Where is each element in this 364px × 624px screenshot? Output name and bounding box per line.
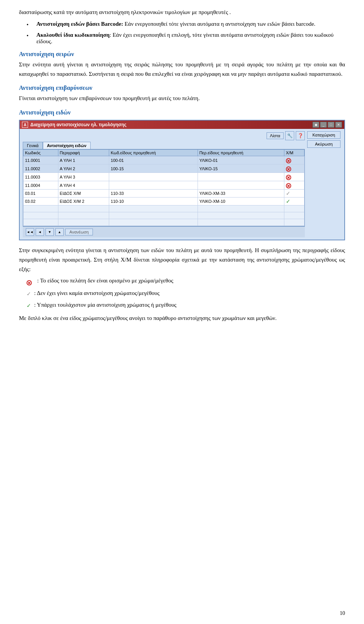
- tabs-bar: Γενικά Αντιστοίχηση ειδών: [23, 142, 305, 149]
- maximize-button[interactable]: □: [328, 122, 334, 128]
- cell-perigrafi: Α ΥΛΗ 4: [58, 181, 109, 190]
- bullet2-bold: Ακολουθεί ίδια κωδικοποίηση: [36, 32, 110, 38]
- section2-body: Γίνεται αντιστοίχηση των επιβαρύνσεων το…: [19, 94, 345, 103]
- cell-kodikos: 11.0004: [24, 181, 58, 190]
- legend-no-icon: [27, 280, 32, 285]
- legend-item-1: : Το είδος του πελάτη δεν είναι ορισμένο…: [19, 278, 345, 285]
- legend-check-green-icon: ✓: [27, 303, 31, 309]
- cell-xm: [284, 165, 304, 173]
- cell-kod-prom: [109, 181, 198, 190]
- cell-kodikos: 11.0001: [24, 156, 58, 165]
- cell-kod-prom: 100-01: [109, 156, 198, 165]
- cell-perigrafi: ΕΙΔΟΣ Χ/Μ 2: [58, 198, 109, 205]
- tab-antistoi[interactable]: Αντιστοίχηση ειδών: [43, 142, 91, 149]
- titlebar-left: A Διαχείρηση αντιστοιχίσεων ηλ. τιμολόγη…: [22, 122, 127, 128]
- akyrosi-button[interactable]: Ακύρωση: [307, 140, 340, 148]
- minimize-button[interactable]: _: [320, 122, 327, 128]
- bullet-item-1: • Αντιστοίχηση ειδών βάσει Barcode: Εάν …: [19, 21, 345, 28]
- bullet-dot-1: •: [27, 22, 33, 28]
- page-content: διασταύρωσης κατά την αυτόματη αντιστοίχ…: [19, 8, 345, 323]
- dialog-footer: ◄◄ ◄ ▼ ▲ Ανανέωση: [23, 226, 305, 237]
- cell-xm: ✓: [284, 198, 304, 205]
- table-header: Κωδικός Περιγραφή Κωδ.είδους προμηθευτή …: [24, 150, 304, 156]
- table-row[interactable]: 11.0004 Α ΥΛΗ 4: [24, 181, 304, 190]
- bullet1-rest: Εάν ενεργοποιηθεί τότε γίνεται αυτόματα …: [123, 21, 315, 27]
- dialog-title: Διαχείρηση αντιστοιχίσεων ηλ. τιμολόγηση…: [30, 122, 127, 127]
- cell-per-prom: ΥΛΙΚΟ-ΧΜ-10: [198, 198, 284, 205]
- col-kod-prom: Κωδ.είδους προμηθευτή: [109, 150, 198, 156]
- dialog-main-area: Λίστα 🔧 ❓ Γενικά Αντιστοίχηση ειδών Κωδι…: [23, 131, 305, 237]
- cell-per-prom: [198, 173, 284, 181]
- cell-kod-prom: 110-33: [109, 190, 198, 198]
- nav-first-button[interactable]: ◄◄: [26, 228, 34, 236]
- cell-perigrafi: Α ΥΛΗ 3: [58, 173, 109, 181]
- table-body: 11.0001 Α ΥΛΗ 1 100-01 ΥΛΙΚΟ-01 11.0002 …: [24, 156, 304, 226]
- window-controls[interactable]: ◆ _ □ ✕: [312, 122, 342, 128]
- cell-kodikos: 11.0003: [24, 173, 58, 181]
- intro-text: διασταύρωσης κατά την αυτόματη αντιστοίχ…: [19, 9, 231, 15]
- xm-no-icon: [286, 175, 291, 180]
- legend-check-gray-icon: ✓: [27, 291, 31, 297]
- xm-no-icon: [286, 183, 291, 188]
- cell-per-prom: ΥΛΙΚΟ-01: [198, 156, 284, 165]
- cell-xm: [284, 156, 304, 165]
- table-row: [24, 205, 304, 212]
- footer-paragraph: Με διπλό κλικ σε ένα είδος χρώματος/μεγέ…: [19, 314, 345, 323]
- legend-item-2: ✓ : Δεν έχει γίνει καμία αντιστοίχιση χρ…: [19, 290, 345, 297]
- col-per-prom: Περ.είδους προμηθευτή: [198, 150, 284, 156]
- kataxorisi-button[interactable]: Καταχώριση: [307, 131, 340, 139]
- diamond-icon[interactable]: ◆: [312, 122, 319, 128]
- after-dialog-text: Στην συγκεκριμένη ενότητα γίνεται η αντι…: [19, 246, 345, 274]
- section1-body: Στην ενότητα αυτή γίνεται η αντιστοίχηση…: [19, 60, 345, 79]
- cell-perigrafi: Α ΥΛΗ 1: [58, 156, 109, 165]
- cell-perigrafi: ΕΙΔΟΣ Χ/Μ: [58, 190, 109, 198]
- cell-perigrafi: Α ΥΛΗ 2: [58, 165, 109, 173]
- section1-heading: Αντιστοίχηση σειρών: [19, 51, 345, 58]
- lista-button[interactable]: Λίστα: [267, 132, 284, 139]
- toolbar-icon-2[interactable]: ❓: [296, 131, 305, 140]
- bullet-dot-2: •: [27, 33, 33, 39]
- tab-genika[interactable]: Γενικά: [23, 142, 43, 149]
- cell-per-prom: ΥΛΙΚΟ-ΧΜ-33: [198, 190, 284, 198]
- cell-xm: ✓: [284, 190, 304, 198]
- cell-kod-prom: 110-10: [109, 198, 198, 205]
- table-row[interactable]: 03.02 ΕΙΔΟΣ Χ/Μ 2 110-10 ΥΛΙΚΟ-ΧΜ-10 ✓: [24, 198, 304, 205]
- legend-item-3: ✓ : Υπάρχει τουλάχιστον μία αντιστοίχιση…: [19, 302, 345, 309]
- cell-kodikos: 11.0002: [24, 165, 58, 173]
- legend1-text: : Το είδος του πελάτη δεν είναι ορισμένο…: [37, 278, 173, 284]
- nav-down-button[interactable]: ▼: [46, 228, 54, 236]
- bullet-item-2: • Ακολουθεί ίδια κωδικοποίηση: Εάν έχει …: [19, 32, 345, 45]
- table-row[interactable]: 11.0002 Α ΥΛΗ 2 100-15 ΥΛΙΚΟ-15: [24, 165, 304, 173]
- cell-xm: [284, 181, 304, 190]
- table-row[interactable]: 11.0003 Α ΥΛΗ 3: [24, 173, 304, 181]
- nav-prev-button[interactable]: ◄: [36, 228, 44, 236]
- dialog-body: Λίστα 🔧 ❓ Γενικά Αντιστοίχηση ειδών Κωδι…: [20, 129, 344, 240]
- table-row: [24, 212, 304, 219]
- dialog-window: A Διαχείρηση αντιστοιχίσεων ηλ. τιμολόγη…: [19, 120, 345, 240]
- table-row[interactable]: 11.0001 Α ΥΛΗ 1 100-01 ΥΛΙΚΟ-01: [24, 156, 304, 165]
- cell-kodikos: 03.01: [24, 190, 58, 198]
- col-kodikos: Κωδικός: [24, 150, 58, 156]
- section2-heading: Αντιστοίχηση επιβαρύνσεων: [19, 85, 345, 91]
- section3-heading: Αντιστοίχηση ειδών: [19, 109, 345, 116]
- table-row: [24, 219, 304, 226]
- bullet2-content: Ακολουθεί ίδια κωδικοποίηση: Εάν έχει εν…: [36, 32, 345, 45]
- col-perigrafi: Περιγραφή: [58, 150, 109, 156]
- xm-check-gray-icon: ✓: [286, 190, 290, 196]
- refresh-button[interactable]: Ανανέωση: [65, 229, 93, 235]
- items-table: Κωδικός Περιγραφή Κωδ.είδους προμηθευτή …: [23, 149, 304, 226]
- dialog-titlebar: A Διαχείρηση αντιστοιχίσεων ηλ. τιμολόγη…: [20, 121, 344, 129]
- cell-xm: [284, 173, 304, 181]
- close-button[interactable]: ✕: [335, 122, 342, 128]
- bullet1-bold: Αντιστοίχηση ειδών βάσει Barcode:: [36, 21, 123, 27]
- xm-no-icon: [286, 166, 291, 172]
- xm-no-icon: [286, 158, 291, 163]
- nav-up-button[interactable]: ▲: [55, 228, 64, 236]
- cell-per-prom: [198, 181, 284, 190]
- cell-kod-prom: [109, 173, 198, 181]
- cell-kod-prom: 100-15: [109, 165, 198, 173]
- xm-check-green-icon: ✓: [286, 198, 290, 204]
- table-row[interactable]: 03.01 ΕΙΔΟΣ Χ/Μ 110-33 ΥΛΙΚΟ-ΧΜ-33 ✓: [24, 190, 304, 198]
- page-number: 10: [340, 610, 345, 616]
- toolbar-icon-1[interactable]: 🔧: [285, 131, 294, 140]
